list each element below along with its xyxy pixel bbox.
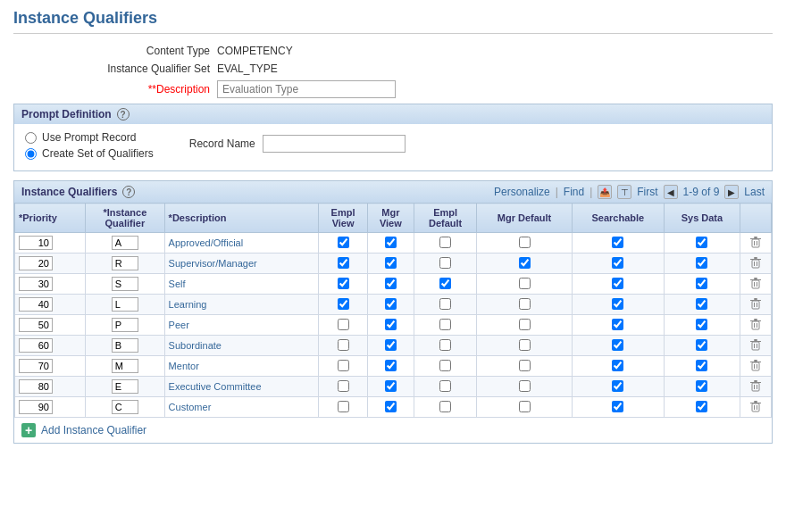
- checkbox[interactable]: [338, 360, 349, 371]
- checkbox[interactable]: [439, 298, 451, 310]
- grid-icon[interactable]: ⊤: [617, 185, 631, 199]
- iq-help-icon[interactable]: ?: [122, 186, 135, 198]
- priority-input[interactable]: [19, 277, 53, 291]
- delete-icon[interactable]: [749, 297, 762, 310]
- checkbox[interactable]: [696, 401, 707, 412]
- delete-icon[interactable]: [749, 359, 762, 371]
- export-icon[interactable]: 📤: [598, 185, 612, 199]
- description-link[interactable]: Learning: [169, 299, 207, 310]
- checkbox[interactable]: [612, 380, 623, 392]
- checkbox[interactable]: [519, 380, 531, 392]
- create-set-radio[interactable]: [25, 148, 37, 160]
- checkbox[interactable]: [612, 298, 623, 310]
- checkbox[interactable]: [385, 360, 397, 371]
- checkbox[interactable]: [385, 380, 397, 392]
- checkbox[interactable]: [612, 237, 623, 248]
- checkbox[interactable]: [519, 237, 531, 248]
- qualifier-input[interactable]: [112, 256, 138, 270]
- prev-btn[interactable]: ◀: [664, 185, 678, 199]
- checkbox[interactable]: [612, 401, 623, 412]
- qualifier-input[interactable]: [112, 359, 138, 373]
- checkbox[interactable]: [519, 278, 531, 289]
- checkbox[interactable]: [696, 257, 707, 269]
- checkbox[interactable]: [385, 401, 397, 412]
- checkbox[interactable]: [519, 339, 531, 351]
- qualifier-input[interactable]: [112, 318, 138, 332]
- checkbox[interactable]: [385, 298, 397, 310]
- checkbox[interactable]: [338, 237, 349, 248]
- checkbox[interactable]: [439, 237, 451, 248]
- priority-input[interactable]: [19, 359, 53, 373]
- qualifier-input[interactable]: [112, 338, 138, 353]
- checkbox[interactable]: [439, 319, 451, 330]
- checkbox[interactable]: [439, 257, 451, 269]
- checkbox[interactable]: [439, 339, 451, 351]
- checkbox[interactable]: [612, 319, 623, 330]
- next-btn[interactable]: ▶: [724, 185, 739, 199]
- delete-icon[interactable]: [749, 236, 762, 248]
- checkbox[interactable]: [696, 237, 707, 248]
- priority-input[interactable]: [19, 379, 53, 394]
- priority-input[interactable]: [19, 318, 53, 332]
- priority-input[interactable]: [19, 236, 53, 250]
- checkbox[interactable]: [696, 339, 707, 351]
- checkbox[interactable]: [696, 360, 707, 371]
- checkbox[interactable]: [439, 401, 451, 412]
- checkbox[interactable]: [612, 360, 623, 371]
- prompt-definition-help-icon[interactable]: ?: [117, 108, 130, 121]
- priority-input[interactable]: [19, 338, 53, 353]
- priority-input[interactable]: [19, 400, 53, 414]
- record-name-input[interactable]: [263, 135, 406, 153]
- use-prompt-record-radio[interactable]: [25, 132, 37, 144]
- priority-input[interactable]: [19, 297, 53, 312]
- checkbox[interactable]: [385, 339, 397, 351]
- checkbox[interactable]: [696, 278, 707, 289]
- checkbox[interactable]: [612, 257, 623, 269]
- checkbox[interactable]: [519, 360, 531, 371]
- checkbox[interactable]: [385, 237, 397, 248]
- delete-icon[interactable]: [749, 277, 762, 289]
- checkbox[interactable]: [519, 298, 531, 310]
- checkbox[interactable]: [612, 278, 623, 289]
- checkbox[interactable]: [385, 319, 397, 330]
- delete-icon[interactable]: [749, 338, 762, 351]
- description-link[interactable]: Peer: [169, 320, 189, 330]
- qualifier-input[interactable]: [112, 379, 138, 394]
- qualifier-input[interactable]: [112, 400, 138, 414]
- checkbox[interactable]: [338, 319, 349, 330]
- qualifier-input[interactable]: [112, 236, 138, 250]
- description-link[interactable]: Customer: [169, 402, 212, 412]
- checkbox[interactable]: [612, 339, 623, 351]
- description-input[interactable]: [217, 80, 396, 98]
- checkbox[interactable]: [338, 257, 349, 269]
- checkbox[interactable]: [338, 339, 349, 351]
- description-link[interactable]: Mentor: [169, 361, 199, 371]
- priority-input[interactable]: [19, 256, 53, 270]
- checkbox[interactable]: [519, 401, 531, 412]
- description-link[interactable]: Approved/Official: [169, 237, 244, 248]
- checkbox[interactable]: [385, 257, 397, 269]
- checkbox[interactable]: [696, 380, 707, 392]
- qualifier-input[interactable]: [112, 277, 138, 291]
- checkbox[interactable]: [439, 380, 451, 392]
- checkbox[interactable]: [385, 278, 397, 289]
- checkbox[interactable]: [338, 278, 349, 289]
- checkbox[interactable]: [519, 319, 531, 330]
- description-link[interactable]: Self: [169, 278, 186, 289]
- delete-icon[interactable]: [749, 400, 762, 412]
- checkbox[interactable]: [696, 319, 707, 330]
- checkbox[interactable]: [439, 278, 451, 289]
- description-link[interactable]: Supervisor/Manager: [169, 258, 257, 269]
- personalize-link[interactable]: Personalize: [494, 186, 550, 198]
- checkbox[interactable]: [338, 401, 349, 412]
- checkbox[interactable]: [338, 298, 349, 310]
- add-qualifier-row[interactable]: + Add Instance Qualifier: [14, 418, 772, 443]
- checkbox[interactable]: [338, 380, 349, 392]
- delete-icon[interactable]: [749, 379, 762, 392]
- description-link[interactable]: Subordinate: [169, 340, 222, 351]
- checkbox[interactable]: [696, 298, 707, 310]
- checkbox[interactable]: [519, 257, 531, 269]
- checkbox[interactable]: [439, 360, 451, 371]
- find-link[interactable]: Find: [564, 186, 584, 198]
- delete-icon[interactable]: [749, 318, 762, 330]
